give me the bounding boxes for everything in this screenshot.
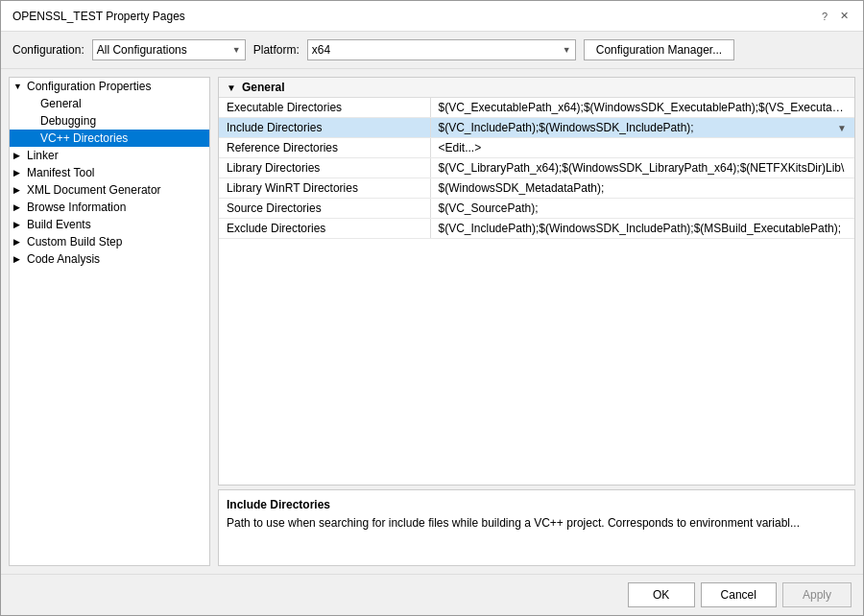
cell-dropdown-icon[interactable]: ▼ (837, 123, 847, 133)
prop-name: Reference Directories (219, 138, 430, 158)
left-panel: ▼ Configuration Properties General Debug… (9, 77, 210, 566)
table-row[interactable]: Source Directories $(VC_SourcePath); (219, 199, 854, 219)
tree-label: XML Document Generator (27, 183, 161, 197)
right-panel: ▼ General Executable Directories $(VC_Ex… (218, 77, 855, 566)
tree-label: Debugging (40, 114, 96, 128)
expand-icon: ▶ (13, 151, 27, 160)
tree-item-build-events[interactable]: ▶ Build Events (10, 216, 209, 233)
tree-item-browse-info[interactable]: ▶ Browse Information (10, 199, 209, 216)
property-grid: ▼ General Executable Directories $(VC_Ex… (218, 77, 855, 486)
tree-item-custom-build[interactable]: ▶ Custom Build Step (10, 233, 209, 250)
dialog-title: OPENSSL_TEST Property Pages (12, 10, 185, 23)
tree-label: General (40, 97, 82, 110)
prop-name: Source Directories (219, 199, 430, 219)
expand-icon: ▶ (13, 237, 27, 247)
table-row-selected[interactable]: Include Directories $(VC_IncludePath);$(… (219, 118, 854, 138)
expand-icon: ▶ (13, 202, 27, 212)
info-title: Include Directories (227, 498, 847, 511)
prop-name: Library WinRT Directories (219, 178, 430, 199)
tree-item-debugging[interactable]: Debugging (10, 112, 209, 130)
tree-item-vc-directories[interactable]: VC++ Directories (10, 130, 209, 147)
platform-dropdown-arrow: ▼ (563, 45, 571, 55)
expand-icon: ▶ (13, 254, 27, 264)
prop-name: Exclude Directories (219, 219, 430, 239)
property-table: Executable Directories $(VC_ExecutablePa… (219, 98, 854, 239)
expand-icon: ▶ (13, 168, 27, 178)
tree-label: Custom Build Step (27, 235, 122, 249)
tree-item-general[interactable]: General (10, 95, 209, 112)
config-bar: Configuration: All Configurations ▼ Plat… (1, 32, 863, 69)
main-content: ▼ Configuration Properties General Debug… (1, 69, 863, 574)
apply-button[interactable]: Apply (782, 582, 852, 607)
prop-value[interactable]: <Edit...> (430, 138, 854, 158)
config-dropdown-arrow: ▼ (232, 45, 241, 55)
expand-icon: ▶ (13, 220, 27, 229)
tree-label: VC++ Directories (40, 131, 128, 145)
tree-label: Build Events (27, 218, 91, 231)
expand-icon: ▼ (13, 82, 27, 91)
prop-value[interactable]: $(VC_ExecutablePath_x64);$(WindowsSDK_Ex… (430, 98, 854, 118)
tree-item-xml-generator[interactable]: ▶ XML Document Generator (10, 181, 209, 199)
config-label: Configuration: (12, 43, 84, 57)
prop-value[interactable]: $(VC_IncludePath);$(WindowsSDK_IncludePa… (430, 118, 854, 138)
title-bar-controls: ? ✕ (817, 9, 852, 24)
tree-item-manifest-tool[interactable]: ▶ Manifest Tool (10, 164, 209, 181)
footer: OK Cancel Apply (1, 574, 863, 615)
info-panel: Include Directories Path to use when sea… (218, 489, 855, 566)
configuration-select[interactable]: All Configurations ▼ (92, 39, 246, 60)
platform-select[interactable]: x64 ▼ (307, 39, 576, 60)
ok-button[interactable]: OK (628, 582, 695, 607)
section-label: General (242, 81, 285, 94)
expand-icon: ▶ (13, 185, 27, 195)
cancel-button[interactable]: Cancel (701, 582, 777, 607)
prop-value[interactable]: $(WindowsSDK_MetadataPath); (430, 178, 854, 199)
table-row[interactable]: Reference Directories <Edit...> (219, 138, 854, 158)
help-button[interactable]: ? (817, 9, 832, 24)
prop-name: Executable Directories (219, 98, 430, 118)
tree-label: Code Analysis (27, 252, 100, 266)
tree-label: Configuration Properties (27, 80, 151, 93)
tree-label: Browse Information (27, 201, 126, 214)
close-button[interactable]: ✕ (836, 9, 852, 24)
tree-item-code-analysis[interactable]: ▶ Code Analysis (10, 250, 209, 268)
prop-value[interactable]: $(VC_LibraryPath_x64);$(WindowsSDK_Libra… (430, 158, 854, 178)
configuration-manager-button[interactable]: Configuration Manager... (584, 39, 734, 60)
prop-name: Library Directories (219, 158, 430, 178)
info-text: Path to use when searching for include f… (227, 515, 847, 532)
tree-item-config-properties[interactable]: ▼ Configuration Properties (10, 78, 209, 95)
table-row[interactable]: Library Directories $(VC_LibraryPath_x64… (219, 158, 854, 178)
prop-name: Include Directories (219, 118, 430, 138)
table-row[interactable]: Executable Directories $(VC_ExecutablePa… (219, 98, 854, 118)
table-row[interactable]: Exclude Directories $(VC_IncludePath);$(… (219, 219, 854, 239)
title-bar: OPENSSL_TEST Property Pages ? ✕ (1, 1, 863, 32)
prop-value[interactable]: $(VC_SourcePath); (430, 199, 854, 219)
tree-label: Manifest Tool (27, 166, 94, 179)
platform-label: Platform: (253, 43, 300, 57)
table-row[interactable]: Library WinRT Directories $(WindowsSDK_M… (219, 178, 854, 199)
tree-label: Linker (27, 149, 59, 162)
tree-item-linker[interactable]: ▶ Linker (10, 147, 209, 164)
property-pages-dialog: OPENSSL_TEST Property Pages ? ✕ Configur… (0, 0, 864, 616)
section-arrow: ▼ (227, 83, 236, 93)
prop-value[interactable]: $(VC_IncludePath);$(WindowsSDK_IncludePa… (430, 219, 854, 239)
pg-section-header: ▼ General (219, 78, 854, 98)
